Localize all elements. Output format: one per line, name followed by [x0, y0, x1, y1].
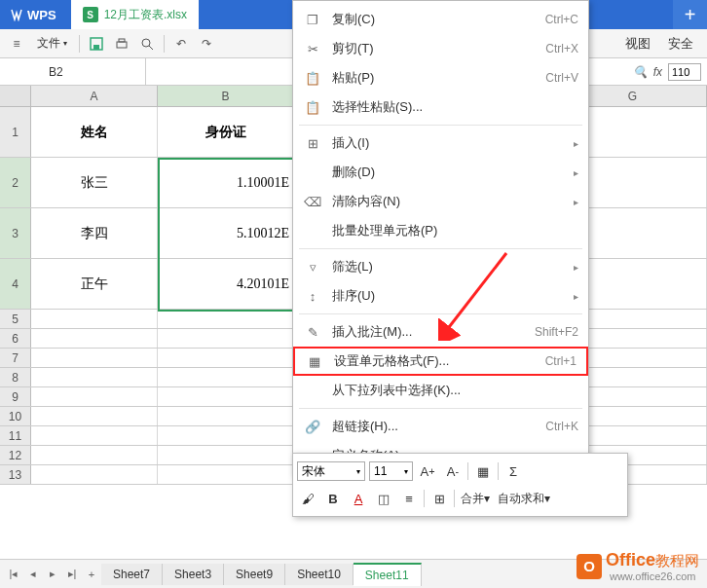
row-header[interactable]: 8	[0, 368, 31, 386]
chevron-right-icon: ▸	[574, 262, 578, 273]
row-header[interactable]: 13	[0, 465, 31, 484]
sheet-nav-last-icon[interactable]: ▸|	[63, 566, 81, 583]
context-menu: ❐复制(C)Ctrl+C ✂剪切(T)Ctrl+X 📋粘贴(P)Ctrl+V 📋…	[292, 0, 589, 475]
zoom-icon[interactable]: 🔍	[633, 65, 648, 79]
clear-icon: ⌫	[303, 193, 322, 210]
merge-button[interactable]: 合并▾	[459, 488, 492, 509]
file-tab[interactable]: S 12月工资表.xlsx	[71, 0, 199, 29]
divider	[299, 313, 582, 314]
fill-color-icon[interactable]: ◫	[373, 488, 394, 509]
autosum-button[interactable]: 自动求和▾	[496, 488, 552, 509]
select-all-corner[interactable]	[0, 86, 31, 106]
autosum-icon[interactable]: Σ	[502, 460, 524, 482]
sheet-tab-active[interactable]: Sheet11	[354, 563, 422, 586]
formula-input[interactable]	[668, 63, 701, 81]
row-header[interactable]: 12	[0, 446, 31, 464]
redo-icon[interactable]: ↷	[196, 33, 217, 55]
ctx-insert[interactable]: ⊞插入(I)▸	[293, 129, 588, 158]
paste-icon: 📋	[303, 69, 322, 87]
mini-toolbar: 宋体 ▾ 11 ▾ A+ A- ▦ Σ 🖌 B A ◫ ≡ ⊞ 合并▾ 自动求和…	[292, 453, 628, 517]
ctx-filter[interactable]: ▿筛选(L)▸	[293, 252, 588, 281]
row-header[interactable]: 4	[0, 259, 31, 309]
row-header[interactable]: 3	[0, 208, 31, 258]
chevron-right-icon: ▸	[574, 197, 578, 207]
ctx-clear[interactable]: ⌫清除内容(N)▸	[293, 187, 588, 216]
ctx-cut[interactable]: ✂剪切(T)Ctrl+X	[293, 34, 588, 63]
cell[interactable]: 张三	[31, 158, 158, 207]
ctx-format-cell[interactable]: ▦设置单元格格式(F)...Ctrl+1	[293, 347, 588, 376]
cell[interactable]: 姓名	[31, 107, 158, 157]
row-header[interactable]: 10	[0, 407, 31, 425]
ctx-dropdown-select[interactable]: 从下拉列表中选择(K)...	[293, 376, 588, 405]
undo-icon[interactable]: ↶	[170, 33, 192, 55]
print-icon[interactable]	[111, 33, 132, 55]
sort-icon: ↕	[303, 287, 322, 305]
ctx-batch[interactable]: 批量处理单元格(P)	[293, 216, 588, 245]
ctx-paste[interactable]: 📋粘贴(P)Ctrl+V	[293, 63, 588, 92]
chevron-right-icon: ▸	[574, 291, 578, 302]
cell[interactable]: 1.10001E	[158, 158, 294, 207]
ctx-hyperlink[interactable]: 🔗超链接(H)...Ctrl+K	[293, 412, 588, 441]
svg-point-4	[142, 39, 150, 47]
watermark-logo-icon: O	[577, 554, 602, 579]
fx-label[interactable]: fx	[653, 65, 662, 79]
cell[interactable]: 正午	[31, 259, 158, 309]
cell[interactable]: 李四	[31, 208, 158, 258]
sheet-tab[interactable]: Sheet10	[285, 564, 354, 585]
ribbon-tab-view[interactable]: 视图	[625, 35, 651, 53]
shrink-font-icon[interactable]: A-	[442, 460, 464, 482]
file-tab-label: 12月工资表.xlsx	[104, 7, 187, 23]
file-menu-button[interactable]: 文件▾	[29, 32, 75, 55]
cell[interactable]: 身份证	[158, 107, 294, 157]
bold-icon[interactable]: B	[322, 488, 344, 509]
row-header[interactable]: 5	[0, 310, 31, 328]
font-select[interactable]: 宋体 ▾	[297, 461, 365, 481]
new-tab-button[interactable]: +	[673, 0, 707, 29]
cell[interactable]: 5.10012E	[158, 208, 294, 258]
insert-icon: ⊞	[303, 134, 322, 152]
comment-icon: ✎	[303, 323, 322, 341]
app-logo: WPS	[0, 8, 66, 22]
sheet-nav-prev-icon[interactable]: ◂	[24, 566, 42, 583]
svg-rect-2	[117, 42, 127, 48]
ctx-copy[interactable]: ❐复制(C)Ctrl+C	[293, 5, 588, 34]
sheet-add-icon[interactable]: +	[83, 566, 100, 583]
ctx-paste-special[interactable]: 📋选择性粘贴(S)...	[293, 92, 588, 122]
row-header[interactable]: 1	[0, 107, 31, 157]
row-header[interactable]: 11	[0, 426, 31, 445]
col-header-B[interactable]: B	[158, 86, 294, 106]
ctx-delete[interactable]: 删除(D)▸	[293, 158, 588, 187]
sheet-tab[interactable]: Sheet7	[101, 564, 163, 585]
format-painter-icon[interactable]: 🖌	[297, 488, 318, 509]
preview-icon[interactable]	[136, 33, 158, 55]
grow-font-icon[interactable]: A+	[417, 460, 438, 482]
svg-line-5	[149, 46, 153, 50]
size-select[interactable]: 11 ▾	[369, 461, 413, 481]
save-icon[interactable]	[86, 33, 107, 55]
chevron-right-icon: ▸	[574, 167, 578, 178]
cut-icon: ✂	[303, 40, 322, 57]
sheet-nav-next-icon[interactable]: ▸	[44, 566, 61, 583]
row-header[interactable]: 9	[0, 387, 31, 406]
sheet-nav-first-icon[interactable]: |◂	[5, 566, 22, 583]
watermark: O Office教程网 www.office26.com	[577, 550, 699, 582]
col-header-A[interactable]: A	[31, 86, 158, 106]
format-cell-icon: ▦	[305, 352, 324, 370]
ctx-comment[interactable]: ✎插入批注(M)...Shift+F2	[293, 317, 588, 347]
number-format-icon[interactable]: ⊞	[428, 488, 450, 509]
copy-icon: ❐	[303, 11, 322, 28]
row-header[interactable]: 2	[0, 158, 31, 207]
menu-icon[interactable]: ≡	[6, 33, 27, 55]
font-color-icon[interactable]: A	[348, 488, 369, 509]
row-header[interactable]: 7	[0, 349, 31, 367]
ctx-sort[interactable]: ↕排序(U)▸	[293, 281, 588, 311]
ribbon-tab-security[interactable]: 安全	[668, 35, 693, 53]
separator	[79, 35, 80, 53]
border-icon[interactable]: ▦	[472, 460, 494, 482]
align-icon[interactable]: ≡	[398, 488, 420, 509]
cell[interactable]: 4.20101E	[158, 259, 294, 309]
sheet-tab[interactable]: Sheet3	[163, 564, 224, 585]
sheet-tab[interactable]: Sheet9	[224, 564, 285, 585]
row-header[interactable]: 6	[0, 329, 31, 348]
name-box[interactable]: B2	[0, 58, 146, 85]
